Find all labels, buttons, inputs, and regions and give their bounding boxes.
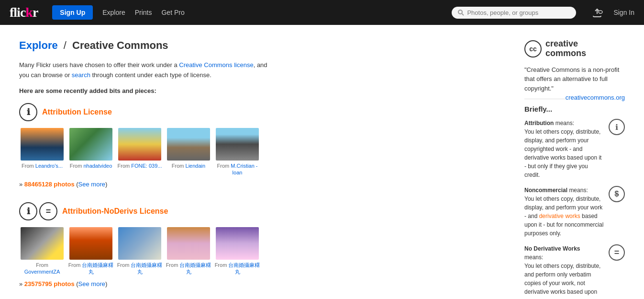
attribution-noderivs-photos-row: From GovernmentZA From 台南婚攝麻糬丸 From 台南婚攝… (19, 227, 510, 276)
photo-thumb[interactable] (118, 227, 161, 260)
photo-from: From 台南婚攝麻糬丸 (117, 262, 163, 276)
cc-license-link[interactable]: Creative Commons license (179, 61, 253, 69)
photo-item: From Liendain (166, 128, 211, 176)
breadcrumb-current: Creative Commons (72, 39, 168, 51)
photo-from-link[interactable]: GovernmentZA (24, 269, 60, 275)
attribution-see-more[interactable]: See more (78, 181, 105, 188)
photo-from: From 台南婚攝麻糬丸 (214, 262, 260, 276)
breadcrumb: Explore / Creative Commons (19, 39, 510, 52)
search-icon (457, 9, 464, 16)
photo-thumb[interactable] (118, 128, 161, 161)
noderivs-term: No Derivative Works means: You let other… (524, 244, 625, 296)
photo-item: From FONE: 039... (117, 128, 163, 176)
photo-from-link[interactable]: M.Cristian - loan (231, 163, 257, 175)
intro-paragraph: Many Flickr users have chosen to offer t… (19, 60, 278, 80)
photo-from-link[interactable]: 台南婚攝麻糬丸 (228, 262, 260, 275)
noderivs-icon-circle (609, 244, 625, 261)
photo-item: From GovernmentZA (19, 227, 65, 276)
search-input[interactable] (467, 9, 570, 16)
info-icon: ℹ (19, 202, 37, 220)
attribution-noderivs-icon: ℹ = (19, 202, 57, 220)
noderivs-term-text: No Derivative Works means: You let other… (524, 244, 604, 296)
photo-from-link[interactable]: Leandro's... (35, 163, 63, 169)
attribution-noderivs-license-header: ℹ = Attribution-NoDerivs License (19, 202, 510, 220)
photo-thumb[interactable] (21, 128, 64, 161)
cc-creative-label: creative (545, 39, 586, 49)
cc-commons-label: commons (545, 49, 586, 58)
photo-thumb[interactable] (167, 128, 210, 161)
nav-explore[interactable]: Explore (102, 9, 125, 16)
sidebar: cc creative commons "Creative Commons is… (524, 39, 625, 299)
attribution-icon: ℹ (19, 103, 37, 121)
photo-from-link[interactable]: 台南婚攝麻糬丸 (179, 262, 211, 275)
breadcrumb-separator: / (64, 39, 67, 51)
nav-prints[interactable]: Prints (135, 9, 152, 16)
photo-item: From 台南婚攝麻糬丸 (214, 227, 260, 276)
noncommercial-term: Noncommercial means: You let others copy… (524, 186, 625, 238)
photo-from-link[interactable]: Liendain (186, 163, 206, 169)
briefly-title: Briefly... (524, 105, 625, 113)
photo-from: From GovernmentZA (19, 262, 65, 276)
attribution-photo-count: » 88465128 photos (See more) (19, 181, 510, 188)
attribution-term-text: Attribution means: You let others copy, … (524, 119, 604, 179)
photo-thumb[interactable] (216, 128, 259, 161)
photo-from: From nhadatvideo (70, 162, 112, 169)
signin-link[interactable]: Sign In (613, 9, 634, 16)
photo-thumb[interactable] (167, 227, 210, 260)
noncommercial-term-desc: You let others copy, distribute, display… (524, 196, 603, 237)
photo-thumb[interactable] (216, 227, 259, 260)
noncommercial-term-text: Noncommercial means: You let others copy… (524, 186, 604, 238)
photo-item: From 台南婚攝麻糬丸 (117, 227, 163, 276)
signup-button[interactable]: Sign Up (52, 5, 93, 20)
photo-item: From 台南婚攝麻糬丸 (68, 227, 114, 276)
photo-from: From Leandro's... (22, 162, 63, 169)
attribution-noderivs-count: 23575795 (24, 280, 52, 288)
cc-circle-icon: cc (524, 40, 542, 58)
attribution-count-label: photos (54, 181, 74, 188)
photo-item: From M.Cristian - loan (214, 128, 260, 176)
search-link[interactable]: search (72, 71, 90, 79)
recently-added-label: Here are some recently added bits and pi… (19, 87, 510, 94)
svg-point-0 (458, 10, 462, 14)
cc-website-link[interactable]: creativecommons.org (566, 93, 625, 103)
attribution-license-link[interactable]: Attribution License (42, 108, 112, 116)
attribution-icon-circle (609, 119, 625, 135)
noderivs-term-means: means: (524, 254, 543, 261)
content-area: Explore / Creative Commons Many Flickr u… (19, 39, 510, 299)
photo-from: From 台南婚攝麻糬丸 (68, 262, 114, 276)
header: flickr Sign Up Explore Prints Get Pro Si… (0, 0, 644, 25)
attribution-photos-row: From Leandro's... From nhadatvideo From … (19, 128, 510, 176)
photo-from-link[interactable]: 台南婚攝麻糬丸 (82, 262, 113, 275)
cc-logo: cc creative commons (524, 39, 625, 58)
photo-item: From Leandro's... (19, 128, 65, 176)
svg-point-2 (599, 11, 602, 13)
noncommercial-term-title: Noncommercial (524, 187, 567, 194)
noncommercial-icon-circle (609, 186, 625, 202)
derivative-works-link1[interactable]: derivative works (539, 213, 580, 219)
photo-thumb[interactable] (69, 128, 112, 161)
photo-from: From M.Cristian - loan (214, 162, 260, 176)
nav-get-pro[interactable]: Get Pro (161, 9, 184, 16)
photo-from-link[interactable]: 台南婚攝麻糬丸 (131, 262, 162, 275)
sidebar-quote: "Creative Commons is a non-profit that o… (524, 65, 625, 93)
attribution-license-header: ℹ Attribution License (19, 103, 510, 121)
photo-item: From nhadatvideo (68, 128, 114, 176)
photo-from: From 台南婚攝麻糬丸 (166, 262, 211, 276)
photo-thumb[interactable] (69, 227, 112, 260)
attribution-term-means: means: (555, 120, 574, 126)
attribution-noderivs-license-section: ℹ = Attribution-NoDerivs License From Go… (19, 202, 510, 288)
photo-from-link[interactable]: nhadatvideo (83, 163, 112, 169)
noderivs-term-title: No Derivative Works (524, 245, 580, 252)
attribution-term-desc: You let others copy, distribute, display… (524, 128, 601, 178)
upload-icon[interactable] (590, 5, 604, 20)
noncommercial-term-means: means: (569, 187, 588, 194)
explore-link[interactable]: Explore (19, 39, 58, 51)
attribution-noderivs-count-label: photos (54, 280, 74, 288)
attribution-noderivs-license-link[interactable]: Attribution-NoDerivs License (62, 207, 168, 216)
attribution-noderivs-see-more[interactable]: See more (78, 280, 105, 288)
attribution-license-section: ℹ Attribution License From Leandro's... … (19, 103, 510, 188)
attribution-term: Attribution means: You let others copy, … (524, 119, 625, 179)
photo-thumb[interactable] (21, 227, 64, 260)
photo-from-link[interactable]: FONE: 039... (131, 163, 162, 169)
cc-text: creative commons (545, 39, 586, 58)
